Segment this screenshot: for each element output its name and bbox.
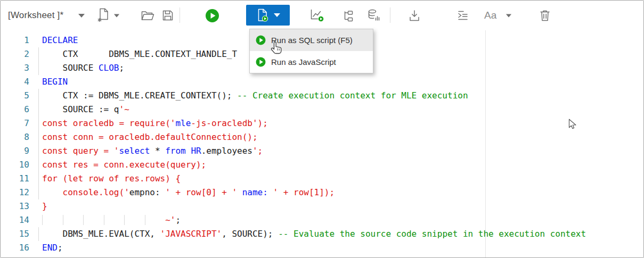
code-text: CTX := DBMS_MLE.CREATE_CONTEXT(); -- Cre… <box>42 89 468 103</box>
line-number: 12 <box>1 186 29 199</box>
download-icon <box>407 9 421 22</box>
worksheet-title: [Worksheet ]* <box>8 10 63 21</box>
code-text: SOURCE CLOB; <box>42 61 124 75</box>
toolbar-divider <box>180 7 180 23</box>
run-statement-button[interactable] <box>205 1 219 30</box>
line-number: 15 <box>1 227 29 241</box>
explain-plan-tree-button[interactable] <box>343 1 356 30</box>
line-number: 10 <box>1 158 29 172</box>
worksheet-caret-icon[interactable] <box>78 1 85 30</box>
trash-icon <box>539 9 551 22</box>
line-number: 14 <box>1 213 29 227</box>
explain-plan-chart-icon <box>309 8 325 23</box>
toolbar: [Worksheet ]* <box>1 1 643 30</box>
code-line[interactable]: 6 SOURCE := q'~ <box>1 103 643 116</box>
line-number: 6 <box>1 103 29 116</box>
autotrace-button[interactable] <box>367 1 381 30</box>
run-play-icon <box>256 57 266 67</box>
run-script-caret-icon <box>274 13 280 17</box>
line-number: 16 <box>1 241 29 255</box>
code-line[interactable]: 15 DBMS_MLE.EVAL(CTX, 'JAVASCRIPT', SOUR… <box>1 227 643 241</box>
run-play-icon <box>256 35 266 45</box>
code-text: BEGIN <box>42 75 68 89</box>
menu-item-run-javascript[interactable]: Run as JavaScript <box>250 51 373 73</box>
font-size-icon: Aa <box>484 10 496 21</box>
line-number: 7 <box>1 116 29 130</box>
code-text: SOURCE := q'~ <box>42 103 129 116</box>
code-line[interactable]: 9const query = 'select * from HR.employe… <box>1 144 643 158</box>
line-number: 2 <box>1 47 29 61</box>
worksheet-window: [Worksheet ]* <box>0 0 644 258</box>
code-text: const res = conn.execute(query); <box>42 158 206 172</box>
new-worksheet-button[interactable] <box>96 1 110 30</box>
run-statement-icon <box>205 9 219 23</box>
clear-button[interactable] <box>539 1 551 30</box>
line-number: 1 <box>1 34 29 47</box>
line-number: 3 <box>1 61 29 75</box>
line-number: 4 <box>1 75 29 89</box>
code-line[interactable]: 5 CTX := DBMS_MLE.CREATE_CONTEXT(); -- C… <box>1 89 643 103</box>
code-text: DECLARE <box>42 34 78 47</box>
code-line[interactable]: 11for (let row of res.rows) { <box>1 172 643 186</box>
line-number: 9 <box>1 144 29 158</box>
download-button[interactable] <box>407 1 421 30</box>
format-button[interactable] <box>456 1 470 30</box>
code-line[interactable]: 13} <box>1 199 643 213</box>
menu-item-label: Run as JavaScript <box>271 57 336 66</box>
open-file-button[interactable] <box>141 1 155 30</box>
line-number: 8 <box>1 130 29 144</box>
code-line[interactable]: 10const res = conn.execute(query); <box>1 158 643 172</box>
font-size-button[interactable]: Aa <box>484 1 501 30</box>
line-number: 11 <box>1 172 29 186</box>
new-worksheet-caret-icon[interactable] <box>113 1 120 30</box>
code-line[interactable]: 12 console.log('empno: ' + row[0] + ' na… <box>1 186 643 199</box>
autotrace-icon <box>367 9 381 22</box>
menu-item-run-sql-script[interactable]: Run as SQL script (F5) <box>250 29 373 51</box>
run-script-icon <box>256 8 269 22</box>
run-script-button[interactable] <box>246 5 290 26</box>
code-text: ~'; <box>42 213 181 227</box>
code-line[interactable]: 7const oracledb = require('mle-js-oracle… <box>1 116 643 130</box>
code-line[interactable]: 14 ~'; <box>1 213 643 227</box>
worksheet-title-dropdown[interactable]: [Worksheet ]* <box>8 1 63 30</box>
explain-plan-tree-icon <box>343 9 356 22</box>
open-file-icon <box>141 9 155 22</box>
code-line[interactable]: 16END; <box>1 241 643 255</box>
code-text: const conn = oracledb.defaultConnection(… <box>42 130 258 144</box>
font-size-caret-icon[interactable] <box>506 1 512 30</box>
save-button[interactable] <box>161 1 174 30</box>
new-worksheet-icon <box>96 7 110 23</box>
code-text: console.log('empno: ' + row[0] + ' name:… <box>42 186 335 199</box>
save-icon <box>161 9 174 22</box>
code-text: } <box>42 199 47 213</box>
toolbar-divider <box>390 7 390 23</box>
explain-plan-chart-button[interactable] <box>309 1 325 30</box>
code-text: CTX DBMS_MLE.CONTEXT_HANDLE_T <box>42 47 237 61</box>
code-text: for (let row of res.rows) { <box>42 172 181 186</box>
format-icon <box>456 9 470 22</box>
menu-item-label: Run as SQL script (F5) <box>271 36 353 45</box>
run-script-dropdown-menu: Run as SQL script (F5) Run as JavaScript <box>249 29 373 73</box>
code-text: DBMS_MLE.EVAL(CTX, 'JAVASCRIPT', SOURCE)… <box>42 227 586 241</box>
code-line[interactable]: 4BEGIN <box>1 75 643 89</box>
code-text: const oracledb = require('mle-js-oracled… <box>42 116 268 130</box>
line-number: 13 <box>1 199 29 213</box>
code-text: const query = 'select * from HR.employee… <box>42 144 263 158</box>
code-line[interactable]: 8const conn = oracledb.defaultConnection… <box>1 130 643 144</box>
code-text: END; <box>42 241 63 255</box>
line-number: 5 <box>1 89 29 103</box>
